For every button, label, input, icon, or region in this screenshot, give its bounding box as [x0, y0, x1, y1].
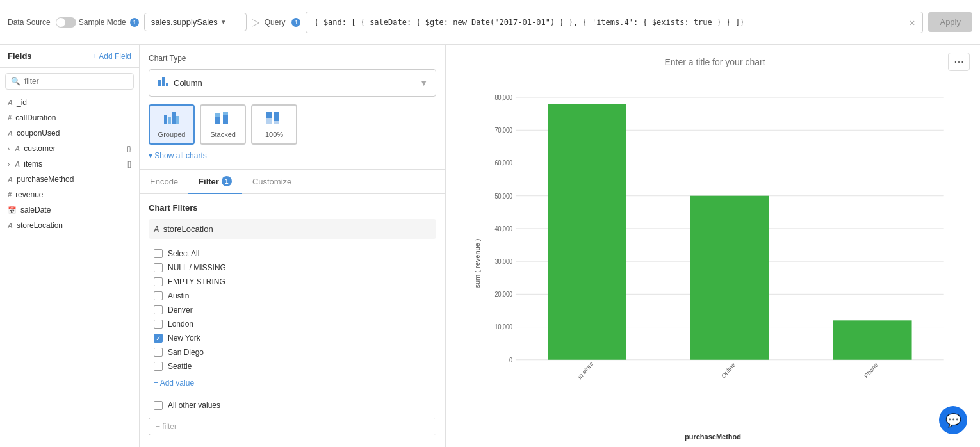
main-layout: Fields + Add Field 🔍 A_id#callDurationAc…: [0, 45, 980, 447]
filter-option-select-all[interactable]: Select All: [149, 247, 436, 261]
search-input[interactable]: [24, 77, 128, 86]
svg-rect-3: [164, 115, 167, 124]
chart-title-input[interactable]: [482, 57, 948, 67]
all-other-checkbox[interactable]: [154, 401, 163, 410]
chart-variant-grouped[interactable]: Grouped: [149, 104, 195, 145]
svg-text:40,000: 40,000: [495, 225, 513, 232]
checkbox[interactable]: [154, 348, 163, 357]
checkbox[interactable]: [154, 305, 163, 314]
query-box[interactable]: { $and: [ { saleDate: { $gte: new Date("…: [306, 12, 923, 33]
chart-header: ⋯: [446, 45, 980, 79]
field-item-customer[interactable]: ›Acustomer{}: [0, 141, 139, 156]
apply-button[interactable]: Apply: [928, 12, 972, 32]
field-type-icon: A: [15, 145, 20, 152]
svg-rect-35: [690, 196, 769, 360]
chart-type-arrow-icon: ▼: [420, 78, 428, 88]
filter-input-box[interactable]: + filter: [149, 418, 436, 435]
sample-mode-label: Sample Mode: [79, 18, 126, 27]
toggle-knob: [56, 18, 65, 27]
fields-list: A_id#callDurationAcouponUsed›Acustomer{}…: [0, 95, 139, 447]
chevron-down-icon: ▾: [149, 151, 152, 160]
filter-option-san-diego[interactable]: San Diego: [149, 345, 436, 359]
filter-option-denver[interactable]: Denver: [149, 303, 436, 317]
checkbox[interactable]: [154, 249, 163, 258]
option-label: Seattle: [168, 362, 192, 371]
field-name: saleDate: [20, 206, 131, 215]
field-type-icon: 📅: [8, 206, 17, 215]
field-item-revenue[interactable]: #revenue: [0, 187, 139, 202]
field-type-icon: A: [154, 225, 159, 234]
query-clear-icon[interactable]: ✕: [910, 17, 915, 28]
field-type-icon: A: [8, 129, 13, 137]
checkbox[interactable]: [154, 362, 163, 371]
data-source-label: Data Source: [8, 18, 51, 27]
add-value-button[interactable]: + Add value: [149, 376, 436, 390]
expand-arrow-icon: ›: [8, 145, 10, 152]
svg-rect-10: [223, 112, 228, 115]
tab-customize[interactable]: Customize: [242, 170, 302, 194]
field-item-_id[interactable]: A_id: [0, 95, 139, 110]
top-bar-left: Data Source Sample Mode 1: [8, 17, 139, 28]
svg-rect-14: [274, 112, 279, 121]
expand-arrow-icon: ›: [8, 161, 10, 168]
sample-mode-toggle[interactable]: [56, 17, 76, 28]
filter-option-null-/-missing[interactable]: NULL / MISSING: [149, 261, 436, 275]
field-item-storeLocation[interactable]: AstoreLocation: [0, 218, 139, 233]
filter-field-name: storeLocation: [163, 224, 213, 234]
chart-variant-stacked[interactable]: Stacked: [200, 104, 246, 145]
tab-filter[interactable]: Filter1: [188, 170, 242, 194]
field-item-saleDate[interactable]: 📅saleDate: [0, 202, 139, 218]
datasource-select[interactable]: sales.supplySales ▼: [144, 13, 247, 31]
svg-rect-7: [215, 117, 220, 124]
filter-option-empty-string[interactable]: EMPTY STRING: [149, 275, 436, 289]
field-type-icon: A: [8, 175, 13, 183]
chart-variant-icon: [214, 111, 232, 128]
field-name: couponUsed: [17, 129, 131, 138]
field-type-icon: A: [8, 99, 13, 106]
fields-panel: Fields + Add Field 🔍 A_id#callDurationAc…: [0, 45, 140, 447]
filter-placeholder: + filter: [156, 422, 177, 431]
checkbox[interactable]: [154, 277, 163, 286]
svg-text:30,000: 30,000: [495, 257, 513, 265]
checkbox[interactable]: ✓: [154, 334, 163, 343]
field-type-icon: #: [8, 191, 12, 199]
svg-text:0: 0: [509, 356, 513, 364]
option-label: EMPTY STRING: [168, 277, 225, 286]
chat-bubble[interactable]: 💬: [939, 406, 967, 434]
fields-search: 🔍: [5, 73, 134, 90]
filter-option-austin[interactable]: Austin: [149, 289, 436, 303]
chart-variant-100%[interactable]: 100%: [251, 104, 297, 145]
checkbox[interactable]: [154, 320, 163, 329]
chart-menu-button[interactable]: ⋯: [948, 53, 970, 71]
tab-encode[interactable]: Encode: [140, 170, 188, 194]
chart-area: ⋯ sum ( revenue ) 010,00020,00030,00040,…: [446, 45, 980, 447]
svg-text:60,000: 60,000: [495, 159, 513, 167]
chart-canvas: sum ( revenue ) 010,00020,00030,00040,00…: [446, 79, 980, 447]
filter-section-title: Chart Filters: [149, 203, 436, 213]
field-name: revenue: [15, 190, 131, 199]
chart-type-select[interactable]: Column ▼: [149, 69, 436, 97]
filter-divider: [149, 394, 436, 394]
all-other-values-option[interactable]: All other values: [149, 398, 436, 412]
checkbox[interactable]: [154, 291, 163, 300]
show-all-charts-link[interactable]: ▾ Show all charts: [149, 151, 436, 160]
chart-svg: 010,00020,00030,00040,00050,00060,00070,…: [484, 85, 954, 409]
chat-icon: 💬: [945, 412, 961, 428]
field-item-purchaseMethod[interactable]: ApurchaseMethod: [0, 172, 139, 187]
pipe-arrow-icon: ▷: [252, 16, 259, 28]
svg-text:In store: In store: [576, 360, 594, 381]
filter-option-new-york[interactable]: ✓New York: [149, 331, 436, 345]
datasource-arrow-icon: ▼: [220, 19, 227, 26]
checkbox[interactable]: [154, 263, 163, 272]
option-label: Select All: [168, 249, 199, 258]
add-field-button[interactable]: + Add Field: [93, 52, 131, 61]
chart-tabs: EncodeFilter1Customize: [140, 170, 445, 194]
filter-option-seattle[interactable]: Seattle: [149, 359, 436, 373]
option-label: San Diego: [168, 348, 204, 357]
field-item-couponUsed[interactable]: AcouponUsed: [0, 126, 139, 141]
filter-option-london[interactable]: London: [149, 317, 436, 331]
field-item-callDuration[interactable]: #callDuration: [0, 110, 139, 126]
all-other-label: All other values: [168, 401, 220, 410]
svg-text:Phone: Phone: [863, 361, 879, 380]
field-item-items[interactable]: ›Aitems[]: [0, 156, 139, 172]
